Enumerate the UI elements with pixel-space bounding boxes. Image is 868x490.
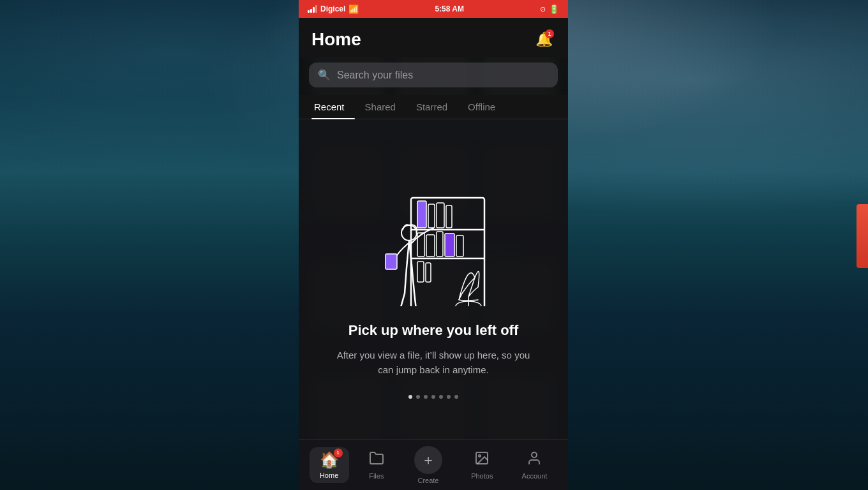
tab-starred[interactable]: Starred (406, 95, 458, 119)
app-content: Home 🔔 1 🔍 Search your files Recent Shar… (299, 18, 568, 490)
pagination-dots (408, 395, 458, 399)
right-decoration (857, 204, 868, 268)
create-button[interactable]: ＋ (414, 446, 442, 474)
search-icon: 🔍 (318, 69, 331, 81)
main-content: Pick up where you left off After you vie… (299, 119, 568, 439)
search-bar[interactable]: 🔍 Search your files (309, 63, 558, 87)
svg-rect-12 (417, 262, 424, 282)
svg-rect-18 (385, 254, 397, 269)
svg-point-20 (479, 455, 481, 457)
empty-state-title: Pick up where you left off (348, 322, 518, 340)
signal-bars (308, 5, 317, 13)
home-icon: 🏠 1 (320, 451, 339, 469)
empty-state-subtitle: After you view a file, it’ll show up her… (331, 348, 535, 377)
empty-state-illustration (370, 160, 497, 306)
dot-1 (408, 395, 412, 399)
svg-rect-5 (437, 203, 444, 228)
app-header: Home 🔔 1 (299, 18, 568, 57)
svg-rect-10 (445, 234, 454, 256)
nav-label-photos: Photos (471, 472, 493, 480)
svg-line-17 (414, 292, 416, 306)
svg-rect-13 (426, 263, 431, 282)
svg-rect-9 (437, 232, 443, 256)
wifi-icon: 📶 (348, 4, 359, 14)
notification-button[interactable]: 🔔 1 (532, 28, 555, 51)
tab-bar: Recent Shared Starred Offline (299, 95, 568, 119)
nav-label-home: Home (320, 471, 338, 479)
svg-rect-4 (428, 204, 435, 228)
status-bar: Digicel 📶 5:58 AM ⊙ 🔋 (299, 0, 568, 18)
tab-shared[interactable]: Shared (355, 95, 406, 119)
dot-6 (447, 395, 451, 399)
status-time: 5:58 AM (435, 4, 464, 13)
svg-point-21 (532, 452, 537, 457)
nav-item-files[interactable]: Files (357, 447, 396, 484)
dot-5 (439, 395, 443, 399)
search-placeholder: Search your files (337, 70, 413, 81)
page-title: Home (311, 29, 361, 50)
battery-icon: 🔋 (549, 4, 559, 14)
dot-7 (454, 395, 458, 399)
clock-icon: ⊙ (540, 5, 546, 13)
notification-badge: 1 (545, 29, 554, 38)
svg-rect-6 (446, 205, 452, 228)
tab-recent[interactable]: Recent (311, 95, 355, 119)
nav-label-create: Create (417, 477, 438, 484)
nav-label-files: Files (369, 472, 384, 480)
nav-item-create[interactable]: ＋ Create (404, 442, 453, 488)
nav-item-home[interactable]: 🏠 1 Home (310, 447, 349, 483)
tab-offline[interactable]: Offline (458, 95, 505, 119)
dot-2 (416, 395, 420, 399)
phone-container: Digicel 📶 5:58 AM ⊙ 🔋 Home 🔔 1 (299, 0, 568, 490)
svg-rect-8 (426, 235, 435, 256)
nav-item-account[interactable]: Account (512, 447, 558, 484)
bottom-navigation: 🏠 1 Home Files (299, 439, 568, 490)
nav-item-photos[interactable]: Photos (461, 447, 503, 484)
files-icon (369, 450, 384, 470)
home-badge: 1 (334, 449, 343, 457)
status-left: Digicel 📶 (308, 4, 359, 14)
svg-line-16 (400, 293, 405, 306)
plus-icon: ＋ (421, 450, 435, 470)
svg-rect-3 (417, 201, 426, 228)
dropbox-app: Home 🔔 1 🔍 Search your files Recent Shar… (299, 18, 568, 490)
dot-4 (431, 395, 435, 399)
carrier-name: Digicel (320, 4, 345, 13)
status-right: ⊙ 🔋 (540, 4, 559, 14)
svg-rect-11 (456, 235, 463, 256)
dot-3 (424, 395, 428, 399)
nav-label-account: Account (522, 472, 548, 480)
photos-icon (474, 450, 490, 470)
account-icon (527, 450, 542, 470)
